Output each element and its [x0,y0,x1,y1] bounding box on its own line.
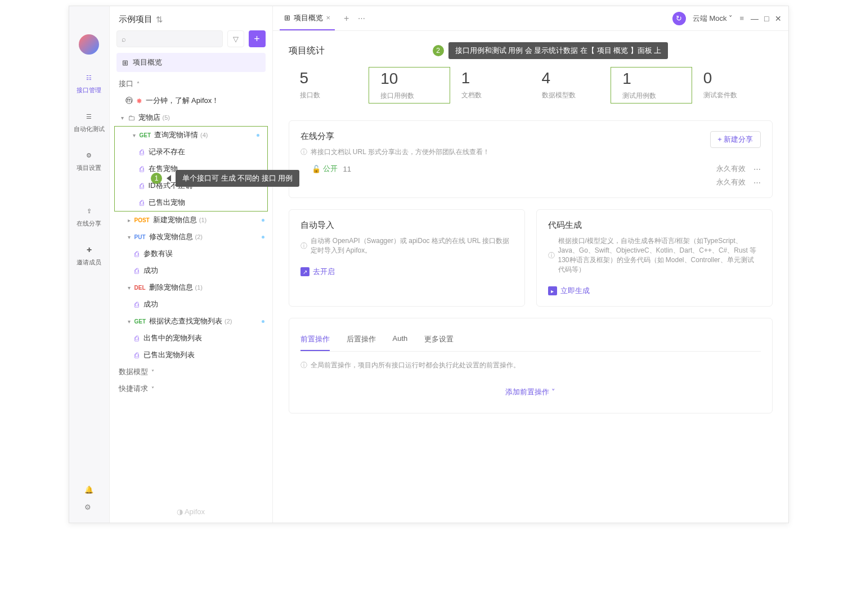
auto-import-action[interactable]: ↗ 去开启 [300,267,513,277]
stat-num: 1 [461,69,519,87]
arrow-icon [167,175,171,182]
tab-more-button[interactable]: ⋯ [358,14,365,23]
tree-case-row[interactable]: ⎙参数有误 [110,245,272,262]
http-method: POST [134,217,150,223]
rail-label: 邀请成员 [77,258,101,267]
refresh-icon: ↻ [676,14,682,23]
rail-settings[interactable]: ⚙ 项目设置 [77,149,101,172]
case-label: 已售出宠物 [149,197,185,208]
section-model[interactable]: 数据模型 ˅ [110,363,272,380]
section-api[interactable]: 接口 ˄ [110,75,272,92]
sidebar-overview[interactable]: ⊞ 项目概览 [116,53,266,72]
chevron-down-icon: ▾ [121,115,128,121]
rail-label: 项目设置 [77,164,101,172]
stat-num: 0 [703,69,761,87]
inner-tab-auth[interactable]: Auth [393,329,408,351]
bell-icon[interactable]: 🔔 [84,485,93,494]
overview-label: 项目概览 [133,57,162,68]
tree-case-row[interactable]: ⎙已售出宠物列表 [110,347,272,363]
stat-num: 10 [380,70,438,88]
stat-item: 5 接口数 [289,67,369,104]
rail-invite[interactable]: ✚ 邀请成员 [77,244,101,267]
tree-case-row[interactable]: ⎙成功 [110,296,272,313]
rail-label: 自动化测试 [74,125,105,133]
stat-label: 测试用例数 [622,91,680,101]
share-desc: 将接口文档以 URL 形式分享出去，方便外部团队在线查看！ [311,147,490,157]
rail-automation[interactable]: ☰ 自动化测试 [74,110,105,133]
logo-icon: ◑ [177,507,185,516]
inner-tab-more[interactable]: 更多设置 [424,329,454,351]
fire-icon: ✸ [136,97,142,105]
share-row[interactable]: 永久有效 ⋯ [300,174,761,187]
tab-add-button[interactable]: + [340,14,352,24]
tree-case-row[interactable]: ⎙出售中的宠物列表 [110,330,272,347]
add-pre-op-button[interactable]: 添加前置操作 ˅ [300,370,761,403]
highlight-region-1: ▾ GET 查询宠物详情 (4) ⎙记录不存在 ⎙在售宠物 ⎙ID格式不正确 ⎙… [114,126,268,212]
chevron-down-icon: ˅ [551,388,555,396]
chevron-updown-icon[interactable]: ⇅ [156,15,163,25]
tree-folder[interactable]: ▾ 🗀 宠物店 (5) [110,109,272,126]
chevron-down-icon: ˅ [151,386,154,392]
status-dot [262,219,264,222]
rail-api-mgmt[interactable]: ☷ 接口管理 [77,71,101,95]
http-method: PUT [134,234,146,240]
chevron-down-icon: ▾ [133,132,140,138]
code-gen-action[interactable]: ▸ 立即生成 [548,286,761,296]
tree-api-row[interactable]: ▾ DEL 删除宠物信息 (1) [110,279,272,296]
minimize-icon[interactable]: — [751,14,759,23]
more-icon[interactable]: ⋯ [753,178,761,187]
annotation-badge: 1 [151,173,162,184]
folder-count: (5) [163,114,170,121]
info-icon: ⓘ [300,147,307,157]
env-refresh-button[interactable]: ↻ [672,12,686,25]
tree-intro-item[interactable]: ⓜ ✸ 一分钟，了解 Apifox！ [110,92,272,109]
stat-label: 接口数 [300,91,358,100]
tree-case-row[interactable]: ⎙记录不存在 [115,143,267,160]
share-row[interactable]: 🔓 公开 11 永久有效 ⋯ [300,157,761,174]
tab-overview[interactable]: ⊞ 项目概览 × [280,6,335,30]
tree-api-row[interactable]: ▸ POST 新建宠物信息 (1) [110,212,272,228]
tree-case-row[interactable]: ⎙已售出宠物 [115,194,267,211]
inner-tab-pre[interactable]: 前置操作 [300,329,330,351]
api-name: 根据状态查找宠物列表 [149,316,222,326]
stat-item-highlighted: 1 测试用例数 [611,67,692,104]
search-input[interactable]: ⌕ [116,30,223,47]
tree-api-row[interactable]: ▾ GET 查询宠物详情 (4) [115,127,267,143]
action-label: 立即生成 [560,286,590,296]
card-desc: 自动将 OpenAPI（Swagger）或 apiDoc 格式的在线 URL 接… [311,236,513,255]
maximize-icon[interactable]: □ [764,14,769,23]
section-quick[interactable]: 快捷请求 ˅ [110,380,272,397]
list-icon[interactable]: ≡ [739,14,744,23]
grid-icon: ⊞ [122,59,128,67]
filter-button[interactable]: ▽ [227,30,244,47]
gear-icon[interactable]: ⚙ [84,503,93,511]
project-name[interactable]: 示例项目 [119,14,152,25]
close-window-icon[interactable]: ✕ [775,14,782,23]
auto-import-card: 自动导入 ⓘ 自动将 OpenAPI（Swagger）或 apiDoc 格式的在… [289,209,525,307]
card-title: 代码生成 [548,220,761,231]
settings-icon: ⚙ [83,149,95,161]
rail-share[interactable]: ⇪ 在线分享 [77,205,101,228]
action-label: 去开启 [313,267,335,277]
share-icon: ⇪ [83,205,95,217]
add-button[interactable]: + [249,30,266,47]
inner-tab-post[interactable]: 后置操作 [347,329,376,351]
tree-api-row[interactable]: ▾ PUT 修改宠物信息 (2) [110,228,272,245]
env-selector[interactable]: 云端 Mock ˅ [693,14,733,24]
api-name: 查询宠物详情 [154,130,198,140]
more-icon[interactable]: ⋯ [753,165,761,173]
stats-title: 项目统计 [289,45,325,57]
tree-api-row[interactable]: ▾ GET 根据状态查找宠物列表 (2) [110,313,272,330]
close-icon[interactable]: × [326,14,331,22]
case-label: 记录不存在 [149,147,185,157]
annotation-2: 2 接口用例和测试 用例 会 显示统计数据 在【 项目 概览 】面板 上 [433,42,668,59]
case-icon: ⎙ [134,351,139,359]
chevron-down-icon: ▾ [128,285,134,291]
user-avatar[interactable] [79,34,99,55]
case-icon: ⎙ [134,334,139,343]
tree-case-row[interactable]: ⎙成功 [110,262,272,279]
status-dot [262,236,264,239]
new-share-button[interactable]: + 新建分享 [710,131,760,148]
filter-icon: ▽ [233,35,239,43]
share-num: 11 [343,165,351,173]
